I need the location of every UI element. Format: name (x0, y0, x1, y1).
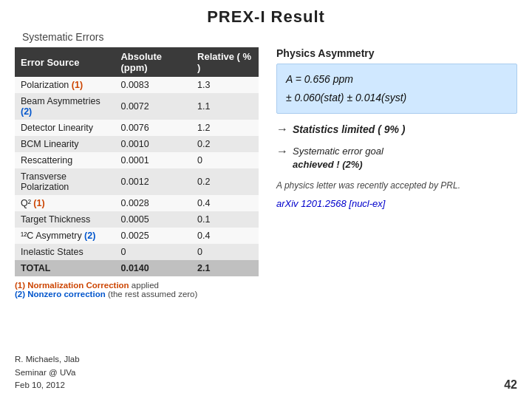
cell-relative: 1.1 (191, 93, 259, 120)
note-2-text: Nonzero correction (27, 290, 108, 299)
right-panel: Physics Asymmetry A = 0.656 ppm ± 0.060(… (270, 47, 517, 299)
table-row: Target Thickness0.00050.1 (15, 211, 259, 228)
stats-arrow: → (276, 123, 288, 136)
cell-source: Transverse Polarization (15, 168, 115, 195)
arxiv-text: arXiv 1201.2568 [nucl-ex] (276, 198, 517, 209)
cell-relative: 1.3 (191, 77, 259, 93)
systematic-errors-label: Systematic Errors (22, 31, 517, 43)
note-1-text: Normalization Correction (27, 281, 132, 290)
table-row: ¹²C Asymmetry (2)0.00250.4 (15, 228, 259, 244)
prl-text: A physics letter was recently accepted b… (276, 179, 517, 192)
systematic-arrow: → (276, 145, 288, 158)
cell-absolute: 0.0012 (115, 168, 191, 195)
cell-absolute: 0.0005 (115, 211, 191, 228)
note-1-prefix: (1) (15, 281, 25, 290)
cell-source: BCM Linearity (15, 136, 115, 152)
cell-relative: 0.2 (191, 136, 259, 152)
cell-absolute: 0.0076 (115, 120, 191, 136)
table-row: Rescattering0.00010 (15, 152, 259, 168)
cell-source: Target Thickness (15, 211, 115, 228)
cell-absolute: 0.0083 (115, 77, 191, 93)
cell-relative: 0.1 (191, 211, 259, 228)
table-row: TOTAL0.01402.1 (15, 260, 259, 276)
page-number: 42 (504, 378, 517, 392)
footer-line1: R. Michaels, Jlab (15, 353, 80, 366)
cell-relative: 0.4 (191, 195, 259, 211)
footer-line3: Feb 10, 2012 (15, 379, 80, 392)
cell-absolute: 0 (115, 244, 191, 260)
systematic-line1: Systematic error goal (293, 146, 383, 157)
physics-asymmetry-label: Physics Asymmetry (276, 47, 517, 59)
col-absolute: Absolute (ppm) (115, 47, 191, 77)
cell-source: Inelastic States (15, 244, 115, 260)
cell-source: Detector Linearity (15, 120, 115, 136)
systematic-goal-text: Systematic error goal achieved ! (2%) (293, 145, 383, 171)
note-2-prefix: (2) (15, 290, 25, 299)
note-1-suffix: applied (132, 281, 159, 290)
cell-relative: 0 (191, 244, 259, 260)
col-error-source: Error Source (15, 47, 115, 77)
formula-line2: ± 0.060(stat) ± 0.014(syst) (286, 89, 508, 107)
cell-relative: 0.4 (191, 228, 259, 244)
table-row: Detector Linearity0.00761.2 (15, 120, 259, 136)
note-2-suffix: (the rest assumed zero) (108, 290, 197, 299)
formula-box: A = 0.656 ppm ± 0.060(stat) ± 0.014(syst… (276, 64, 517, 114)
content-area: Error Source Absolute (ppm) Relative ( %… (15, 47, 517, 299)
cell-relative: 0 (191, 152, 259, 168)
cell-absolute: 0.0028 (115, 195, 191, 211)
left-panel: Error Source Absolute (ppm) Relative ( %… (15, 47, 259, 299)
cell-source: Rescattering (15, 152, 115, 168)
systematic-line2: achieved ! (2%) (293, 159, 363, 170)
cell-source: TOTAL (15, 260, 115, 276)
table-row: Inelastic States00 (15, 244, 259, 260)
systematic-goal-item: → Systematic error goal achieved ! (2%) (276, 145, 517, 171)
cell-source: Beam Asymmetries (2) (15, 93, 115, 120)
cell-absolute: 0.0140 (115, 260, 191, 276)
col-relative: Relative ( % ) (191, 47, 259, 77)
formula-line1: A = 0.656 ppm (286, 70, 508, 89)
footer-line2: Seminar @ UVa (15, 366, 80, 379)
cell-source: Polarization (1) (15, 77, 115, 93)
cell-absolute: 0.0001 (115, 152, 191, 168)
stats-limited-text: Statistics limited ( 9% ) (293, 123, 405, 137)
footer: R. Michaels, Jlab Seminar @ UVa Feb 10, … (15, 353, 80, 392)
cell-absolute: 0.0010 (115, 136, 191, 152)
cell-absolute: 0.0072 (115, 93, 191, 120)
cell-source: ¹²C Asymmetry (2) (15, 228, 115, 244)
cell-absolute: 0.0025 (115, 228, 191, 244)
table-row: Transverse Polarization0.00120.2 (15, 168, 259, 195)
table-notes: (1) Normalization Correction applied (2)… (15, 281, 259, 299)
table-row: Beam Asymmetries (2)0.00721.1 (15, 93, 259, 120)
page: PREX-I Result Systematic Errors Error So… (0, 0, 532, 399)
table-row: Polarization (1)0.00831.3 (15, 77, 259, 93)
systematic-errors-table: Error Source Absolute (ppm) Relative ( %… (15, 47, 259, 276)
cell-relative: 2.1 (191, 260, 259, 276)
note-2: (2) Nonzero correction (the rest assumed… (15, 290, 259, 299)
page-title: PREX-I Result (15, 7, 517, 27)
cell-relative: 1.2 (191, 120, 259, 136)
table-row: Q² (1)0.00280.4 (15, 195, 259, 211)
cell-source: Q² (1) (15, 195, 115, 211)
table-row: BCM Linearity0.00100.2 (15, 136, 259, 152)
table-header-row: Error Source Absolute (ppm) Relative ( %… (15, 47, 259, 77)
stats-limited-item: → Statistics limited ( 9% ) (276, 123, 517, 137)
note-1: (1) Normalization Correction applied (15, 281, 259, 290)
cell-relative: 0.2 (191, 168, 259, 195)
